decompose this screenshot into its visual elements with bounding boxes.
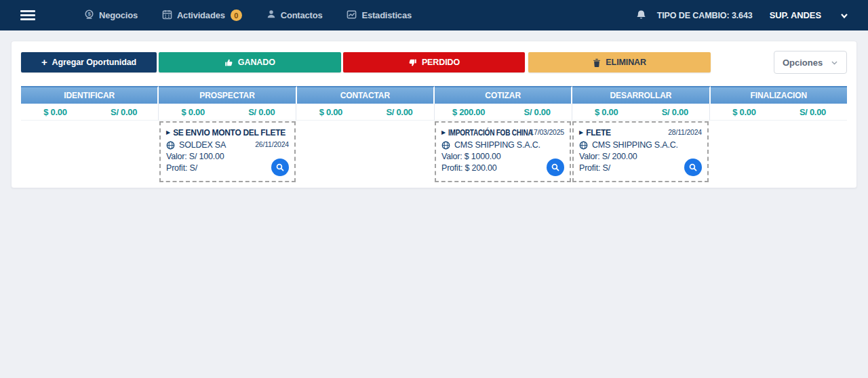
column-cell-prospectar: ▶SE ENVIO MONTO DEL FLETE 26/11/2024 SOL… [159, 121, 296, 184]
globe-icon [166, 141, 175, 150]
trash-icon [593, 58, 601, 67]
opportunity-card[interactable]: ▶SE ENVIO MONTO DEL FLETE 26/11/2024 SOL… [159, 121, 296, 182]
plus-icon: + [41, 57, 47, 67]
column-header-prospectar: PROSPECTAR [159, 86, 296, 104]
column-header-desarrollar: DESARROLLAR [572, 86, 710, 104]
opportunity-card[interactable]: ▶FLETE 28/11/2024 CMS SHIPPING S.A.C. Va… [572, 121, 709, 182]
card-valor: Valor: $ 1000.00 [441, 152, 564, 161]
totals-finalizacion: $ 0.00 S/ 0.00 [710, 104, 847, 121]
card-valor: Valor: S/ 100.00 [166, 152, 289, 161]
person-icon [267, 9, 276, 21]
navbar-right: TIPO DE CAMBIO: 3.643 SUP. ANDES [635, 9, 849, 21]
toolbar: + Agregar Oportunidad GANADO PERDIDO ELI… [21, 51, 847, 74]
card-profit: Profit: S/ [166, 163, 289, 173]
card-company: CMS SHIPPING S.A.C. [454, 140, 540, 150]
thumbs-down-icon [408, 58, 417, 67]
search-icon[interactable] [684, 159, 702, 176]
caret-right-icon: ▶ [441, 129, 446, 135]
globe-icon [441, 141, 450, 150]
column-total-pen: S/ 0.00 [641, 107, 709, 117]
column-total-usd: $ 0.00 [296, 107, 365, 117]
column-header-identificar: IDENTIFICAR [21, 86, 159, 104]
won-button[interactable]: GANADO [159, 52, 341, 72]
column-headers: IDENTIFICAR PROSPECTAR CONTACTAR COTIZAR… [21, 86, 847, 104]
exchange-rate: TIPO DE CAMBIO: 3.643 [657, 11, 753, 20]
column-total-usd: $ 0.00 [572, 107, 641, 117]
opportunity-card[interactable]: ▶IMPORTACIÓN FOB CHINA 17/03/2025 CMS SH… [435, 121, 571, 182]
main-nav: $ Negocios Actividades 0 Contactos Estad… [84, 9, 412, 22]
delete-button[interactable]: ELIMINAR [528, 52, 711, 72]
add-opportunity-button[interactable]: + Agregar Oportunidad [21, 52, 157, 72]
lost-button[interactable]: PERDIDO [343, 52, 526, 72]
chevron-down-icon[interactable] [840, 11, 849, 20]
options-dropdown[interactable]: Opciones [774, 51, 847, 74]
caret-right-icon: ▶ [579, 129, 583, 135]
money-icon: $ [84, 9, 94, 22]
nav-item-label: Negocios [99, 10, 138, 20]
column-cell-desarrollar: ▶FLETE 28/11/2024 CMS SHIPPING S.A.C. Va… [572, 121, 709, 184]
caret-right-icon: ▶ [166, 129, 170, 135]
column-total-pen: S/ 0.00 [90, 107, 158, 117]
chart-icon [347, 9, 357, 22]
column-header-finalizacion: FINALIZACION [711, 86, 847, 104]
top-navbar: $ Negocios Actividades 0 Contactos Estad… [0, 0, 868, 30]
column-total-usd: $ 0.00 [21, 107, 90, 117]
card-date: 28/11/2024 [668, 128, 702, 136]
column-cell-contactar [296, 121, 434, 184]
card-title: SE ENVIO MONTO DEL FLETE [173, 128, 285, 138]
card-title: IMPORTACIÓN FOB CHINA [448, 127, 532, 138]
thumbs-up-icon [224, 58, 233, 67]
card-profit: Profit: S/ [579, 163, 702, 173]
column-total-pen: S/ 0.00 [227, 107, 296, 117]
totals-cotizar: $ 200.00 S/ 0.00 [435, 104, 572, 121]
column-cell-finalizacion [709, 121, 847, 184]
chevron-down-icon [831, 59, 838, 66]
column-totals: $ 0.00 S/ 0.00 $ 0.00 S/ 0.00 $ 0.00 S/ … [21, 104, 847, 121]
nav-item-actividades[interactable]: Actividades 0 [162, 9, 242, 22]
column-header-cotizar: COTIZAR [435, 86, 572, 104]
bell-icon[interactable] [635, 9, 647, 21]
calendar-icon [162, 9, 172, 22]
card-date: 17/03/2025 [530, 128, 564, 136]
pipeline-panel: + Agregar Oportunidad GANADO PERDIDO ELI… [11, 41, 857, 188]
column-total-pen: S/ 0.00 [778, 107, 847, 117]
column-header-contactar: CONTACTAR [297, 86, 435, 104]
totals-identificar: $ 0.00 S/ 0.00 [21, 104, 159, 121]
nav-item-negocios[interactable]: $ Negocios [84, 9, 138, 22]
column-total-pen: S/ 0.00 [503, 107, 572, 117]
totals-prospectar: $ 0.00 S/ 0.00 [159, 104, 296, 121]
totals-contactar: $ 0.00 S/ 0.00 [296, 104, 434, 121]
activities-count-badge: 0 [231, 9, 242, 21]
search-icon[interactable] [547, 159, 564, 176]
user-name[interactable]: SUP. ANDES [770, 10, 821, 20]
globe-icon [579, 141, 588, 150]
card-profit: Profit: $ 200.00 [441, 163, 564, 173]
kanban-board: IDENTIFICAR PROSPECTAR CONTACTAR COTIZAR… [21, 86, 847, 184]
nav-item-label: Contactos [281, 10, 323, 20]
svg-text:$: $ [87, 11, 91, 17]
card-title: FLETE [586, 128, 611, 138]
column-total-usd: $ 200.00 [435, 107, 503, 117]
nav-item-label: Actividades [177, 10, 225, 20]
column-total-pen: S/ 0.00 [365, 107, 433, 117]
hamburger-menu-icon[interactable] [20, 10, 35, 20]
search-icon[interactable] [271, 159, 289, 176]
cards-row: ▶SE ENVIO MONTO DEL FLETE 26/11/2024 SOL… [21, 121, 847, 184]
card-company: SOLDEX SA [179, 140, 226, 150]
column-total-usd: $ 0.00 [710, 107, 778, 117]
column-cell-cotizar: ▶IMPORTACIÓN FOB CHINA 17/03/2025 CMS SH… [434, 121, 572, 184]
totals-desarrollar: $ 0.00 S/ 0.00 [572, 104, 710, 121]
column-cell-identificar [21, 121, 159, 184]
nav-item-contactos[interactable]: Contactos [267, 9, 323, 21]
card-date: 26/11/2024 [255, 140, 289, 148]
card-valor: Valor: S/ 200.00 [579, 152, 702, 161]
column-total-usd: $ 0.00 [159, 107, 227, 117]
nav-item-label: Estadisticas [361, 10, 411, 20]
nav-item-estadisticas[interactable]: Estadisticas [347, 9, 411, 22]
card-company: CMS SHIPPING S.A.C. [592, 140, 678, 150]
